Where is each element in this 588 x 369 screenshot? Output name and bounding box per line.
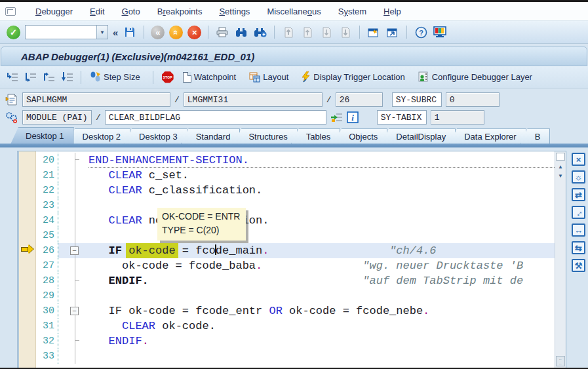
line-margin[interactable] — [19, 198, 37, 213]
fold-column — [58, 198, 88, 213]
line-margin[interactable] — [19, 273, 37, 288]
tab-data-explorer[interactable]: Data Explorer — [449, 128, 526, 144]
menu-item-goto[interactable]: Goto — [122, 7, 140, 16]
line-margin[interactable] — [19, 349, 37, 364]
new-session-icon[interactable] — [366, 25, 381, 39]
collapse-toolbar-icon[interactable]: « — [113, 27, 118, 38]
code-text[interactable]: IF ok-code = fcode_main. "ch/4.6 — [88, 243, 555, 258]
line-margin[interactable] — [19, 228, 37, 243]
menu-item-debugger[interactable]: Debugger — [35, 7, 73, 16]
tab-tables[interactable]: Tables — [291, 128, 341, 144]
exchange-icon[interactable]: ⇆ — [572, 241, 585, 254]
tab-desktop-3[interactable]: Desktop 3 — [124, 128, 187, 144]
continue-icon[interactable] — [60, 70, 75, 85]
enter-button[interactable]: ✓ — [7, 26, 20, 39]
fold-collapse-icon[interactable]: − — [70, 307, 79, 315]
code-text[interactable] — [88, 288, 555, 303]
close-icon[interactable]: × — [572, 153, 585, 166]
tab-standard[interactable]: Standard — [181, 128, 241, 144]
scrollbar-bottom-grip[interactable]: ∙∙∙∙ — [556, 356, 565, 366]
code-text[interactable]: CLEAR c_classification. — [88, 183, 555, 198]
code-text[interactable]: ok-code = fcode_baba. "wg. neuer Druckta… — [88, 258, 555, 273]
save-icon[interactable] — [123, 25, 137, 39]
code-text[interactable]: ENDIF. — [88, 334, 555, 349]
program-row: SAPLMGMM / LMGMMI31 / 26 SY-SUBRC 0 — [5, 92, 588, 107]
command-input[interactable] — [26, 26, 96, 39]
line-margin[interactable] — [19, 213, 37, 228]
line-margin[interactable] — [19, 183, 37, 198]
menu-item-system[interactable]: System — [338, 7, 366, 16]
menu-item-breakpoints[interactable]: Breakpoints — [157, 7, 203, 16]
line-margin[interactable] — [19, 334, 37, 349]
previous-page-icon — [300, 25, 315, 39]
tab-objects[interactable]: Objects — [334, 128, 387, 144]
tab-structures[interactable]: Structures — [233, 128, 297, 144]
layout-button[interactable]: Layout — [246, 71, 295, 84]
find-icon[interactable] — [234, 25, 248, 39]
tab-desktop-2[interactable]: Desktop 2 — [68, 128, 131, 144]
step-into-icon[interactable] — [5, 70, 20, 85]
find-next-icon[interactable] — [253, 25, 267, 39]
sy-subrc-value-field[interactable]: 0 — [446, 92, 500, 107]
new-window-icon[interactable]: ☼ — [572, 170, 585, 184]
sy-tabix-value-field[interactable]: 1 — [431, 110, 484, 125]
step-return-icon[interactable] — [42, 70, 56, 85]
gui-settings-icon[interactable] — [433, 25, 447, 39]
sy-tabix-label-field[interactable]: SY-TABIX — [377, 110, 427, 125]
tab-desktop-1[interactable]: Desktop 1 — [10, 127, 74, 144]
configure-debugger-layer-button[interactable]: Configure Debugger Layer — [416, 70, 539, 84]
program-field[interactable]: SAPLMGMM — [22, 92, 170, 107]
code-text[interactable]: CLEAR c_set. — [88, 168, 555, 183]
fold-collapse-icon[interactable]: − — [70, 246, 79, 255]
line-margin[interactable] — [19, 153, 37, 168]
line-margin[interactable] — [19, 258, 37, 273]
print-icon[interactable] — [215, 25, 229, 39]
include-field[interactable]: LMGMMI31 — [184, 92, 323, 107]
watchpoint-button[interactable]: STOP Watchpoint — [159, 70, 243, 85]
cancel-button[interactable]: × — [187, 26, 201, 39]
fold-column — [58, 319, 88, 334]
line-margin[interactable] — [19, 243, 37, 258]
code-text[interactable]: IF ok-code = fcode_entr OR ok-code = fco… — [88, 303, 555, 319]
tab-detaildisplay[interactable]: DetailDisplay — [381, 128, 456, 144]
code-text[interactable]: CLEAR ok-code. — [88, 319, 555, 334]
scroll-up-icon[interactable]: ▲ — [556, 162, 565, 171]
menu-item-edit[interactable]: Edit — [90, 7, 104, 16]
window-menu-icon[interactable] — [5, 7, 16, 16]
services-icon[interactable]: ⚒ — [572, 259, 585, 272]
line-number-field[interactable]: 26 — [336, 92, 383, 107]
fold-column — [58, 258, 88, 273]
menu-item-settings[interactable]: Settings — [219, 7, 250, 16]
line-margin[interactable] — [19, 319, 37, 334]
code-text[interactable]: END-ENHANCEMENT-SECTION. — [88, 153, 555, 168]
line-margin[interactable] — [19, 168, 37, 183]
goto-statement-icon[interactable] — [330, 112, 343, 123]
menu-item-help[interactable]: Help — [383, 7, 401, 16]
step-size-button[interactable]: Step Size — [87, 70, 147, 84]
exit-button[interactable]: « — [169, 26, 183, 39]
scrollbar-thumb[interactable] — [556, 153, 565, 161]
back-button[interactable]: « — [151, 26, 165, 39]
code-text[interactable] — [88, 349, 555, 364]
scroll-down-icon[interactable]: ▼ — [556, 171, 565, 180]
code-text[interactable]: ENDIF. "auf dem TabStrip mit de — [88, 273, 555, 288]
event-type-field[interactable]: MODULE (PAI) — [22, 110, 92, 125]
create-shortcut-icon[interactable] — [385, 25, 400, 39]
event-name-field[interactable]: CLEAR_BILDFLAG — [105, 110, 326, 125]
display-trigger-location-button[interactable]: Display Trigger Location — [299, 70, 411, 84]
sy-subrc-label-field[interactable]: SY-SUBRC — [392, 92, 442, 107]
line-margin[interactable] — [19, 288, 37, 303]
fold-column — [58, 273, 88, 288]
step-over-icon[interactable] — [24, 70, 38, 85]
vertical-scrollbar[interactable]: ▲ ▼ ∙∙∙∙ — [555, 151, 566, 368]
help-icon[interactable]: ? — [414, 25, 428, 39]
command-dropdown-icon[interactable]: ▼ — [96, 26, 108, 39]
fold-column — [58, 334, 88, 349]
fit-width-icon[interactable]: ↔ — [572, 223, 585, 237]
info-icon[interactable]: i — [347, 111, 359, 123]
line-margin[interactable] — [19, 303, 37, 319]
menu-item-miscellaneous[interactable]: Miscellaneous — [267, 7, 321, 16]
code-line-25: 25 — [19, 228, 555, 243]
maximize-icon[interactable]: ↔ — [572, 206, 585, 219]
swap-windows-icon[interactable]: ⇄ — [572, 188, 585, 201]
